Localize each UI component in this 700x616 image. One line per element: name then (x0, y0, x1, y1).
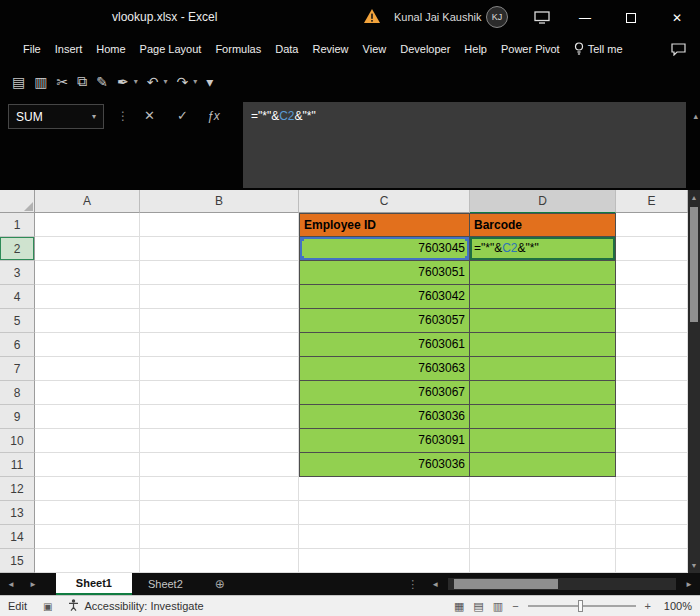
comments-icon[interactable] (671, 43, 686, 56)
tab-developer[interactable]: Developer (393, 43, 457, 55)
name-box[interactable]: SUM ▾ (8, 104, 104, 129)
undo-icon[interactable]: ↶ (147, 74, 159, 90)
cell[interactable] (35, 309, 140, 333)
cell-C7[interactable]: 7603063 (299, 357, 470, 381)
cell[interactable] (140, 429, 299, 453)
cell[interactable] (140, 477, 299, 501)
cell-D11[interactable] (470, 453, 616, 477)
column-header-C[interactable]: C (299, 190, 470, 213)
collapse-formula-bar-icon[interactable]: ▴ (693, 111, 698, 121)
tab-review[interactable]: Review (305, 43, 355, 55)
cell[interactable] (616, 405, 688, 429)
scroll-down-icon[interactable]: ▼ (688, 558, 700, 573)
cell-C5[interactable]: 7603057 (299, 309, 470, 333)
row-header-13[interactable]: 13 (0, 501, 35, 525)
enter-formula-button[interactable]: ✓ (177, 108, 188, 123)
insert-function-button[interactable]: ƒx (207, 109, 220, 123)
reference-handle-icon[interactable] (300, 256, 304, 260)
cell[interactable] (299, 501, 470, 525)
paste-icon[interactable]: ▤ (12, 74, 25, 90)
row-header-3[interactable]: 3 (0, 261, 35, 285)
tab-insert[interactable]: Insert (48, 43, 90, 55)
cell-C6[interactable]: 7603061 (299, 333, 470, 357)
zoom-level-label[interactable]: 100% (660, 600, 692, 612)
row-header-6[interactable]: 6 (0, 333, 35, 357)
cell-C4[interactable]: 7603042 (299, 285, 470, 309)
cell-C2-referenced[interactable]: 7603045 (299, 237, 470, 261)
hscroll-right-icon[interactable]: ► (678, 580, 700, 589)
cell[interactable] (140, 381, 299, 405)
macro-record-icon[interactable]: ▣ (43, 601, 52, 612)
cell-C9[interactable]: 7603036 (299, 405, 470, 429)
tab-formulas[interactable]: Formulas (208, 43, 268, 55)
reference-handle-icon[interactable] (465, 237, 469, 241)
cell-D9[interactable] (470, 405, 616, 429)
cell-D2-active-editing[interactable]: ="*"&C2&"*" (470, 237, 616, 261)
cell[interactable] (616, 429, 688, 453)
new-sheet-icon[interactable]: ⊕ (215, 577, 225, 591)
column-header-E[interactable]: E (616, 190, 688, 213)
zoom-out-icon[interactable]: − (512, 600, 518, 612)
page-layout-view-icon[interactable]: ▤ (473, 600, 483, 613)
name-box-dropdown-icon[interactable]: ▾ (92, 112, 96, 121)
scroll-up-icon[interactable]: ▲ (688, 190, 700, 205)
cell[interactable] (299, 525, 470, 549)
cell[interactable] (35, 333, 140, 357)
tab-bar-more-icon[interactable]: ⋮ (401, 578, 424, 591)
row-header-5[interactable]: 5 (0, 309, 35, 333)
cell-C1-employee-id-header[interactable]: Employee ID (299, 213, 470, 237)
row-header-4[interactable]: 4 (0, 285, 35, 309)
tab-help[interactable]: Help (457, 43, 494, 55)
cell-D4[interactable] (470, 285, 616, 309)
cell[interactable] (470, 477, 616, 501)
cell[interactable] (140, 501, 299, 525)
cell[interactable] (35, 261, 140, 285)
cell[interactable] (616, 309, 688, 333)
cell[interactable] (616, 501, 688, 525)
row-header-2-active[interactable]: 2 (0, 237, 35, 261)
minimize-button[interactable]: — (562, 0, 608, 35)
cell-D10[interactable] (470, 429, 616, 453)
tab-data[interactable]: Data (268, 43, 305, 55)
cell[interactable] (140, 333, 299, 357)
tab-home[interactable]: Home (89, 43, 132, 55)
cell[interactable] (140, 261, 299, 285)
formula-bar-more-icon[interactable]: ⋮ (117, 109, 129, 123)
formula-input[interactable]: ="*"&C2&"*" (243, 102, 686, 188)
vertical-scroll-track[interactable] (688, 205, 700, 558)
cell[interactable] (470, 525, 616, 549)
cell[interactable] (299, 477, 470, 501)
cell[interactable] (616, 213, 688, 237)
cell[interactable] (299, 549, 470, 573)
cell[interactable] (35, 453, 140, 477)
cell[interactable] (35, 501, 140, 525)
column-header-B[interactable]: B (140, 190, 299, 213)
share-screen-icon[interactable] (534, 10, 550, 28)
row-header-7[interactable]: 7 (0, 357, 35, 381)
zoom-slider-thumb[interactable] (578, 600, 583, 612)
cut-icon[interactable]: ✂ (56, 74, 68, 90)
zoom-in-icon[interactable]: + (645, 600, 651, 612)
clipboard-icon[interactable]: ▥ (34, 74, 47, 90)
horizontal-scroll-thumb[interactable] (454, 579, 558, 589)
cell[interactable] (616, 453, 688, 477)
cell[interactable] (35, 477, 140, 501)
tell-me-button[interactable]: Tell me (567, 42, 630, 57)
sheet-tab-sheet2[interactable]: Sheet2 (132, 573, 199, 595)
sheet-tab-sheet1[interactable]: Sheet1 (56, 573, 132, 595)
close-button[interactable]: ✕ (654, 0, 700, 35)
horizontal-scroll-track[interactable] (448, 578, 676, 590)
cell[interactable] (140, 453, 299, 477)
row-header-11[interactable]: 11 (0, 453, 35, 477)
cell[interactable] (616, 285, 688, 309)
cell[interactable] (616, 477, 688, 501)
tab-power-pivot[interactable]: Power Pivot (494, 43, 567, 55)
select-all-corner[interactable] (0, 190, 35, 213)
zoom-slider[interactable] (528, 605, 636, 607)
redo-icon[interactable]: ↷ (176, 74, 188, 90)
cell[interactable] (616, 261, 688, 285)
row-header-8[interactable]: 8 (0, 381, 35, 405)
cell[interactable] (35, 357, 140, 381)
row-header-14[interactable]: 14 (0, 525, 35, 549)
cell[interactable] (140, 525, 299, 549)
